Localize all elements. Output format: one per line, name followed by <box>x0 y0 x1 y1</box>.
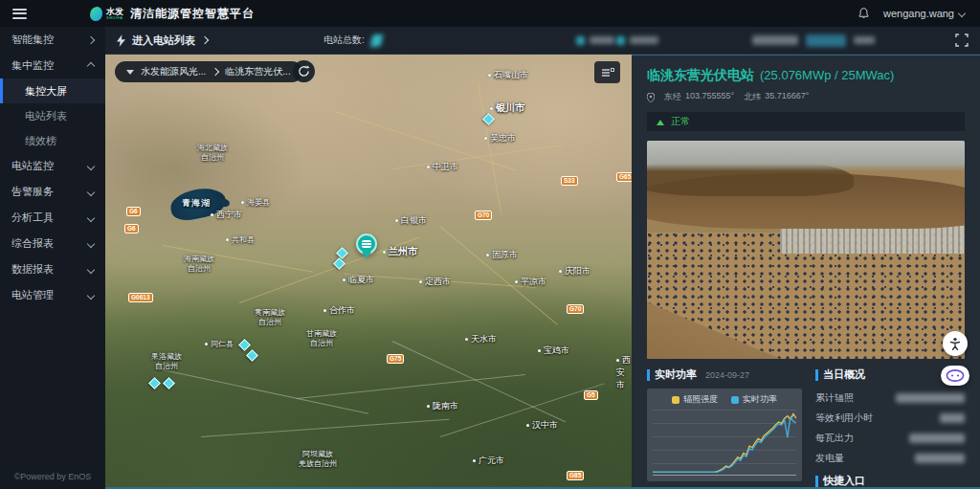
enter-station-list-button[interactable]: 进入电站列表 <box>117 33 208 48</box>
sidebar-item-label: 综合报表 <box>11 236 54 251</box>
toolbar-selector-blurred <box>752 34 875 47</box>
realtime-power-chart[interactable]: 辐照强度 实时功率 <box>647 389 802 481</box>
shortcuts-header: 快捷入口 <box>815 474 965 488</box>
sidebar-item-comprehensive-reports[interactable]: 综合报表 <box>0 231 105 256</box>
legend-chip-irradiance <box>672 396 679 404</box>
today-stats: 累计辐照等效利用小时每瓦出力发电量 <box>815 388 965 468</box>
accessibility-service-button[interactable] <box>943 331 968 356</box>
map-refresh-button[interactable] <box>293 60 315 82</box>
stat-row: 等效利用小时 <box>815 408 965 428</box>
map-label: 天水市 <box>465 333 497 345</box>
notification-bell-icon[interactable] <box>858 7 870 20</box>
station-title: 临洮东营光伏电站 (25.076MWp / 25MWac) <box>647 67 965 84</box>
station-name: 临洮东营光伏电站 <box>647 67 754 84</box>
highway-shield: G6 <box>124 224 139 233</box>
map-label: 西安市 <box>616 354 632 391</box>
sidebar-item-central-monitoring[interactable]: 集中监控 <box>0 53 105 78</box>
station-capacity: (25.076MWp / 25MWac) <box>760 68 894 82</box>
map-label: 庆阳市 <box>559 265 590 278</box>
legend-label: 实时功率 <box>743 393 777 406</box>
sidebar-item-label: 电站列表 <box>25 109 67 123</box>
map-label: 青海湖 <box>182 197 211 210</box>
stat-label: 累计辐照 <box>815 391 854 405</box>
stat-value-blurred <box>915 454 965 463</box>
map-label: 定西市 <box>419 276 451 288</box>
shortcuts-title: 快捷入口 <box>823 474 865 488</box>
chevron-down-icon <box>87 239 95 247</box>
today-overview-title: 当日概况 <box>823 367 865 382</box>
sidebar-item-data-reports[interactable]: 数据报表 <box>0 256 105 282</box>
sidebar-item-label: 集中监控 <box>11 58 54 73</box>
map-label: 临夏市 <box>343 274 374 286</box>
station-total-label: 电站总数: <box>323 33 365 47</box>
chevron-down-icon <box>958 10 966 17</box>
map-label: 黄南藏族 自治州 <box>255 308 285 328</box>
sidebar-item-control-dashboard[interactable]: 集控大屏 <box>0 78 105 103</box>
top-toolbar: 进入电站列表 电站总数: <box>105 27 980 55</box>
logo-subtext: SHUIFA <box>106 16 123 20</box>
sidebar-item-smart-control[interactable]: 智能集控 <box>0 27 105 53</box>
station-marker-icon[interactable] <box>163 377 175 389</box>
stat-value-blurred <box>896 393 965 403</box>
highway-shield: G85 <box>567 471 584 480</box>
satellite-map[interactable]: 石嘴山市银川市吴忠市中卫市白银市兰州市临夏市定西市合作市固原市平凉市庆阳市西宁市… <box>105 54 632 489</box>
station-marker-icon[interactable] <box>148 377 161 389</box>
map-layers-button[interactable] <box>594 61 620 83</box>
refresh-icon <box>298 65 310 78</box>
username-label: wengang.wang <box>883 8 954 19</box>
legend-power[interactable]: 实时功率 <box>731 393 777 406</box>
chevron-down-icon <box>87 188 95 195</box>
highway-shield: G75 <box>387 354 404 364</box>
station-marker-icon[interactable] <box>238 339 251 351</box>
sidebar-item-alarm-service[interactable]: 告警服务 <box>0 179 105 205</box>
latitude-value: 35.716667° <box>765 91 809 103</box>
map-label: 固原市 <box>486 249 518 261</box>
highway-shield: G6 <box>126 207 141 216</box>
station-marker-icon[interactable] <box>246 349 258 362</box>
legend-irradiance[interactable]: 辐照强度 <box>672 393 718 406</box>
chevron-right-icon <box>201 36 209 44</box>
map-breadcrumb[interactable]: 水发能源风光... 临洮东营光伏... <box>115 61 302 82</box>
stat-value-blurred <box>909 433 965 443</box>
highway-shield: G70 <box>475 211 492 220</box>
selected-station-pin[interactable] <box>356 233 379 263</box>
stat-row: 每瓦出力 <box>815 428 965 448</box>
map-label: 兰州市 <box>383 245 417 258</box>
app-window: 水发 SHUIFA 清洁能源管控智慧平台 wengang.wang 智能集控 集… <box>0 0 980 489</box>
brand-logo: 水发 SHUIFA <box>90 7 123 21</box>
map-label: 同仁县 <box>205 339 234 349</box>
map-label: 西宁市 <box>211 209 242 221</box>
chat-assistant-button[interactable] <box>941 366 969 386</box>
sidebar-item-label: 绩效榜 <box>25 134 56 148</box>
map-label: 合作市 <box>323 304 355 317</box>
sidebar-item-station-monitoring[interactable]: 电站监控 <box>0 153 105 179</box>
station-pin-icon <box>362 240 371 248</box>
station-total-value-blurred <box>369 34 383 47</box>
toolbar-stat-blurred <box>616 36 658 45</box>
chevron-down-icon <box>87 213 95 221</box>
map-label: 阿坝藏族 羌族自治州 <box>299 450 337 470</box>
user-menu[interactable]: wengang.wang <box>883 8 965 19</box>
hamburger-menu-icon[interactable] <box>12 9 27 19</box>
stat-row: 发电量 <box>815 448 965 468</box>
map-label: 汉中市 <box>526 419 558 432</box>
stat-value-blurred <box>940 413 965 423</box>
map-label: 广元市 <box>473 455 504 467</box>
sidebar-item-analysis-tools[interactable]: 分析工具 <box>0 205 105 231</box>
toolbar-stat-blurred <box>576 36 614 45</box>
sidebar-item-station-management[interactable]: 电站管理 <box>0 282 105 308</box>
map-label: 石嘴山市 <box>488 69 528 81</box>
fullscreen-icon[interactable] <box>955 33 969 47</box>
status-label: 正常 <box>671 115 690 128</box>
sidebar-item-performance-board[interactable]: 绩效榜 <box>0 128 105 153</box>
realtime-power-title: 实时功率 <box>655 367 697 382</box>
station-photo <box>647 141 965 359</box>
map-label: 吴忠市 <box>484 132 516 144</box>
stat-row: 累计辐照 <box>815 388 965 408</box>
highway-shield: G5 <box>584 390 598 400</box>
sidebar-item-station-list[interactable]: 电站列表 <box>0 103 105 128</box>
map-label: 白银市 <box>395 214 427 227</box>
station-total: 电站总数: <box>323 33 382 47</box>
dropdown-triangle-icon <box>126 70 134 78</box>
section-accent-bar <box>815 476 818 487</box>
